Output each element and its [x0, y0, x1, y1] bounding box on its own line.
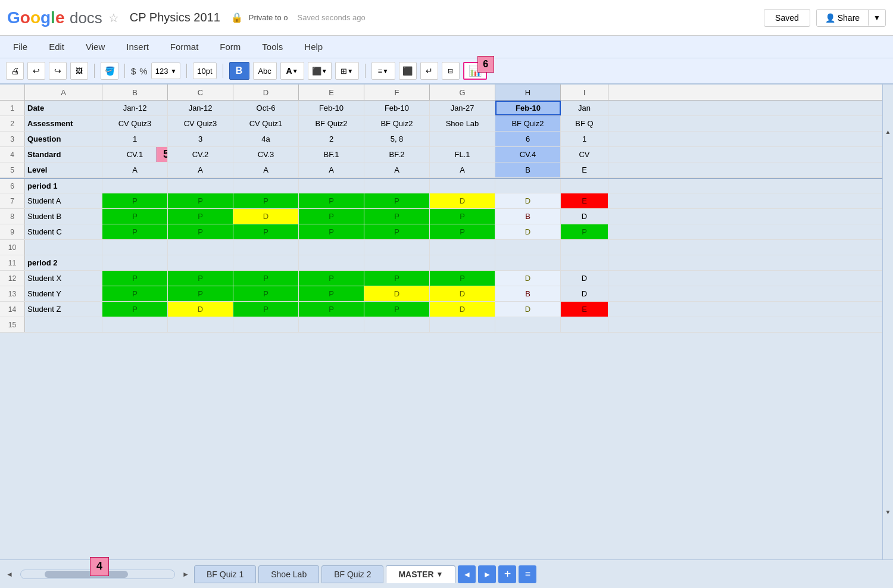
cell-i9[interactable]: P [561, 224, 608, 239]
cell-e7[interactable]: P [299, 193, 364, 208]
font-size-dropdown[interactable]: 10pt [193, 62, 216, 79]
cell-d12[interactable]: P [233, 271, 299, 286]
paint-bucket-button[interactable]: 🪣 [101, 62, 118, 80]
cell-d4[interactable]: CV.3 [233, 147, 299, 162]
cell-c5[interactable]: A [168, 162, 233, 177]
cell-e10[interactable] [299, 240, 364, 255]
scroll-down-arrow[interactable]: ▼ [883, 464, 893, 559]
number-format-dropdown[interactable]: 123 ▼ [151, 62, 181, 79]
cell-f15[interactable] [364, 317, 430, 332]
tab-prev-button[interactable]: ◄ [458, 565, 476, 583]
cell-g13[interactable]: D [430, 286, 495, 301]
cell-b2[interactable]: CV Quiz3 [102, 116, 168, 131]
cell-a14[interactable]: Student Z [25, 302, 102, 317]
right-scrollbar[interactable]: ▲ ▼ [882, 85, 893, 559]
menu-form[interactable]: Form [216, 39, 244, 54]
image-button[interactable]: 🖼 [70, 62, 88, 80]
cell-g7[interactable]: D [430, 193, 495, 208]
cell-g10[interactable] [430, 240, 495, 255]
menu-edit[interactable]: Edit [45, 39, 68, 54]
cell-d2[interactable]: CV Quiz1 [233, 116, 299, 131]
cell-g12[interactable]: P [430, 271, 495, 286]
saved-button[interactable]: Saved [764, 9, 810, 27]
tab-add-button[interactable]: + [498, 565, 516, 583]
col-header-h[interactable]: H [495, 85, 561, 100]
cell-e1[interactable]: Feb-10 [299, 101, 364, 115]
cell-e8[interactable]: P [299, 209, 364, 224]
cell-a6[interactable]: period 1 [25, 179, 102, 193]
cell-b10[interactable] [102, 240, 168, 255]
col-header-c[interactable]: C [168, 85, 233, 100]
cell-f13[interactable]: D [364, 286, 430, 301]
cell-e14[interactable]: P [299, 302, 364, 317]
cell-a2[interactable]: Assessment [25, 116, 102, 131]
cell-b7[interactable]: P [102, 193, 168, 208]
horizontal-scrollbar[interactable]: 4 [20, 570, 175, 579]
cell-h2[interactable]: BF Quiz2 [495, 116, 561, 131]
cell-i6[interactable] [561, 179, 608, 193]
cell-f4[interactable]: BF.2 [364, 147, 430, 162]
cell-a9[interactable]: Student C [25, 224, 102, 239]
cell-b14[interactable]: P [102, 302, 168, 317]
cell-a10[interactable] [25, 240, 102, 255]
cell-c1[interactable]: Jan-12 [168, 101, 233, 115]
cell-i4[interactable]: CV [561, 147, 608, 162]
cell-a12[interactable]: Student X [25, 271, 102, 286]
cell-e3[interactable]: 2 [299, 132, 364, 146]
cell-g11[interactable] [430, 255, 495, 270]
cell-i10[interactable] [561, 240, 608, 255]
cell-a3[interactable]: Question [25, 132, 102, 146]
bold-button[interactable]: B [229, 62, 249, 80]
redo-button[interactable]: ↪ [49, 62, 67, 80]
cell-g8[interactable]: P [430, 209, 495, 224]
cell-d11[interactable] [233, 255, 299, 270]
undo-button[interactable]: ↩ [27, 62, 45, 80]
col-header-f[interactable]: F [364, 85, 430, 100]
cell-h14[interactable]: D [495, 302, 561, 317]
cell-b15[interactable] [102, 317, 168, 332]
hscroll-left-arrow[interactable]: ◄ [4, 568, 15, 580]
cell-f14[interactable]: P [364, 302, 430, 317]
cell-d15[interactable] [233, 317, 299, 332]
abc-button[interactable]: Abc [253, 62, 277, 80]
hscroll-right-arrow[interactable]: ► [180, 568, 192, 580]
cell-h8[interactable]: B [495, 209, 561, 224]
cell-a15[interactable] [25, 317, 102, 332]
cell-g9[interactable]: P [430, 224, 495, 239]
menu-help[interactable]: Help [301, 39, 326, 54]
cell-e2[interactable]: BF Quiz2 [299, 116, 364, 131]
cell-g14[interactable]: D [430, 302, 495, 317]
cell-c11[interactable] [168, 255, 233, 270]
cell-e9[interactable]: P [299, 224, 364, 239]
cell-e11[interactable] [299, 255, 364, 270]
cell-i12[interactable]: D [561, 271, 608, 286]
cell-c7[interactable]: P [168, 193, 233, 208]
tab-master[interactable]: MASTER ▼ [386, 565, 455, 583]
cell-a8[interactable]: Student B [25, 209, 102, 224]
menu-format[interactable]: Format [167, 39, 202, 54]
col-header-i[interactable]: I [561, 85, 608, 100]
tab-bf-quiz-1[interactable]: BF Quiz 1 [194, 565, 256, 583]
cell-h1[interactable]: Feb-10 [495, 101, 561, 115]
cell-e4[interactable]: BF.1 [299, 147, 364, 162]
cell-c4[interactable]: CV.2 [168, 147, 233, 162]
cell-c10[interactable] [168, 240, 233, 255]
cell-h13[interactable]: B [495, 286, 561, 301]
cell-f5[interactable]: A [364, 162, 430, 177]
cell-h12[interactable]: D [495, 271, 561, 286]
menu-file[interactable]: File [10, 39, 31, 54]
cell-b1[interactable]: Jan-12 [102, 101, 168, 115]
cell-a4[interactable]: Standard [25, 147, 102, 162]
cell-d7[interactable]: P [233, 193, 299, 208]
col-header-b[interactable]: B [102, 85, 168, 100]
cell-h9[interactable]: D [495, 224, 561, 239]
cell-e5[interactable]: A [299, 162, 364, 177]
cell-h10[interactable] [495, 240, 561, 255]
cell-d9[interactable]: P [233, 224, 299, 239]
cell-d6[interactable] [233, 179, 299, 193]
print-button[interactable]: 🖨 [6, 62, 24, 80]
menu-insert[interactable]: Insert [123, 39, 152, 54]
cell-b9[interactable]: P [102, 224, 168, 239]
cell-f9[interactable]: P [364, 224, 430, 239]
cell-b4[interactable]: CV.1 5 [102, 147, 168, 162]
